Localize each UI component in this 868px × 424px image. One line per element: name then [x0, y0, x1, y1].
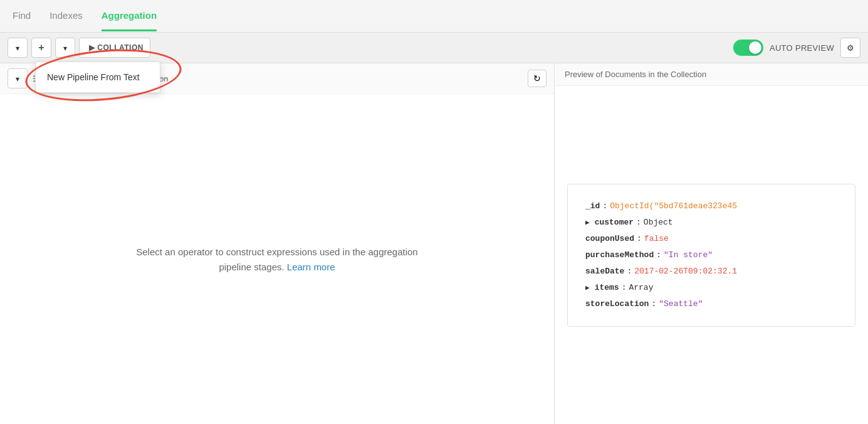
document-preview-card: _id : ObjectId("5bd761deae323e45 ▶ custo… — [567, 184, 855, 327]
refresh-button[interactable]: ↻ — [528, 70, 546, 87]
collation-label: ▶ COLLATION — [89, 43, 144, 52]
toolbar: + ▶ COLLATION New Pipeline From Text AUT… — [0, 33, 868, 63]
doc-couponused-key: couponUsed — [585, 231, 634, 247]
right-panel: Preview of Documents in the Collection _… — [555, 63, 868, 424]
tab-indexes[interactable]: Indexes — [50, 1, 83, 31]
add-stage-dropdown-button[interactable] — [55, 38, 75, 58]
doc-purchasemethod-val: "In store" — [664, 247, 713, 263]
settings-button[interactable]: ⚙ — [840, 38, 860, 58]
add-stage-button[interactable]: + — [31, 38, 51, 58]
gear-icon: ⚙ — [847, 43, 854, 53]
learn-more-link[interactable]: Learn more — [287, 262, 335, 272]
doc-id-key: _id — [585, 198, 600, 215]
toggle-track — [733, 40, 763, 56]
doc-couponused-val: false — [644, 231, 669, 247]
right-panel-body: _id : ObjectId("5bd761deae323e45 ▶ custo… — [555, 86, 868, 424]
subbar-chevron-icon — [16, 74, 19, 83]
doc-items-val: Array — [629, 280, 653, 296]
right-panel-header: Preview of Documents in the Collection — [555, 63, 868, 86]
expand-customer-icon[interactable]: ▶ — [585, 216, 590, 230]
operator-hint-text: Select an operator to construct expressi… — [120, 245, 434, 275]
doc-storelocation-key: storeLocation — [585, 296, 649, 312]
refresh-icon: ↻ — [533, 73, 541, 83]
doc-items-line: ▶ items : Array — [585, 280, 837, 296]
doc-id-line: _id : ObjectId("5bd761deae323e45 — [585, 198, 837, 215]
left-panel: ☰ 5000 Documents in the Collection ↻ Sel… — [0, 63, 555, 424]
tab-find[interactable]: Find — [13, 1, 31, 31]
subbar-chevron-button[interactable] — [8, 68, 28, 88]
doc-storelocation-val: "Seattle" — [659, 296, 703, 312]
doc-purchasemethod-line: purchaseMethod : "In store" — [585, 247, 837, 263]
doc-items-key: items — [595, 280, 619, 296]
chevron-down-button[interactable] — [8, 38, 28, 58]
left-panel-body: Select an operator to construct expressi… — [0, 94, 554, 424]
doc-storelocation-line: storeLocation : "Seattle" — [585, 296, 837, 312]
dropdown-menu: New Pipeline From Text — [35, 61, 160, 93]
doc-saledate-val: 2017-02-26T09:02:32.1 — [634, 263, 737, 280]
new-pipeline-from-text-item[interactable]: New Pipeline From Text — [36, 66, 160, 88]
doc-customer-line: ▶ customer : Object — [585, 215, 837, 231]
tab-aggregation[interactable]: Aggregation — [102, 1, 157, 31]
main-content: ☰ 5000 Documents in the Collection ↻ Sel… — [0, 63, 868, 424]
doc-couponused-line: couponUsed : false — [585, 231, 837, 247]
dropdown-arrow-icon — [63, 43, 67, 53]
auto-preview-label: AUTO PREVIEW — [770, 43, 834, 53]
toggle-thumb — [749, 41, 761, 54]
doc-customer-key: customer — [595, 215, 634, 231]
plus-icon: + — [38, 42, 44, 53]
toolbar-right: AUTO PREVIEW ⚙ — [733, 38, 860, 58]
tab-bar: Find Indexes Aggregation — [0, 0, 868, 33]
doc-id-val: ObjectId("5bd761deae323e45 — [610, 198, 737, 215]
doc-saledate-line: saleDate : 2017-02-26T09:02:32.1 — [585, 263, 837, 280]
doc-saledate-key: saleDate — [585, 263, 624, 280]
doc-purchasemethod-key: purchaseMethod — [585, 247, 654, 263]
expand-items-icon[interactable]: ▶ — [585, 281, 590, 295]
chevron-down-icon — [16, 43, 19, 53]
collation-button[interactable]: ▶ COLLATION — [79, 38, 150, 58]
doc-customer-val: Object — [644, 215, 673, 231]
auto-preview-toggle[interactable] — [733, 40, 763, 56]
